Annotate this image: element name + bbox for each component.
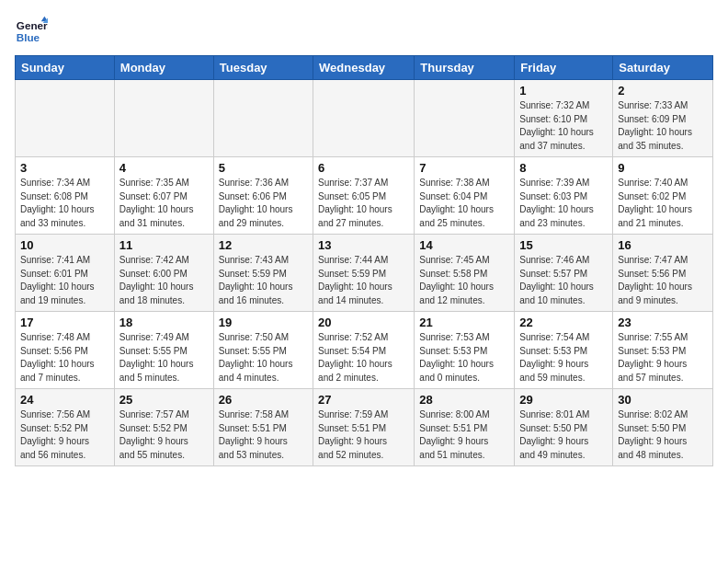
day-info: Sunrise: 7:52 AM Sunset: 5:54 PM Dayligh… [318,331,409,385]
day-number: 19 [219,316,308,329]
day-info: Sunrise: 7:44 AM Sunset: 5:59 PM Dayligh… [318,254,409,307]
day-info: Sunrise: 7:40 AM Sunset: 6:02 PM Dayligh… [618,177,708,230]
page-header: General Blue [15,15,713,48]
day-info: Sunrise: 8:01 AM Sunset: 5:50 PM Dayligh… [519,408,608,462]
day-number: 28 [419,393,509,407]
calendar-cell: 23Sunrise: 7:55 AM Sunset: 5:53 PM Dayli… [613,312,713,389]
day-number: 25 [119,393,209,407]
day-number: 20 [318,316,409,329]
calendar-cell: 30Sunrise: 8:02 AM Sunset: 5:50 PM Dayli… [613,389,713,466]
calendar-cell [114,80,213,157]
calendar-cell: 24Sunrise: 7:56 AM Sunset: 5:52 PM Dayli… [16,389,115,466]
calendar-header-row: SundayMondayTuesdayWednesdayThursdayFrid… [16,56,713,80]
calendar-cell: 16Sunrise: 7:47 AM Sunset: 5:56 PM Dayli… [613,235,713,312]
day-info: Sunrise: 8:02 AM Sunset: 5:50 PM Dayligh… [618,408,708,462]
day-number: 18 [119,316,209,329]
day-number: 8 [519,161,608,175]
calendar-week-row: 3Sunrise: 7:34 AM Sunset: 6:08 PM Daylig… [16,157,713,235]
calendar-cell: 26Sunrise: 7:58 AM Sunset: 5:51 PM Dayli… [213,389,313,466]
day-number: 22 [519,316,608,329]
calendar-cell: 17Sunrise: 7:48 AM Sunset: 5:56 PM Dayli… [16,312,115,389]
day-number: 29 [519,393,608,407]
day-info: Sunrise: 7:39 AM Sunset: 6:03 PM Dayligh… [519,177,608,230]
day-number: 30 [618,393,708,407]
day-number: 4 [119,161,209,175]
day-info: Sunrise: 7:59 AM Sunset: 5:51 PM Dayligh… [318,408,409,462]
day-number: 6 [318,161,409,175]
day-number: 2 [618,84,708,98]
calendar-cell: 11Sunrise: 7:42 AM Sunset: 6:00 PM Dayli… [114,235,213,312]
day-info: Sunrise: 7:55 AM Sunset: 5:53 PM Dayligh… [618,331,708,385]
day-number: 24 [20,393,109,407]
calendar-cell: 29Sunrise: 8:01 AM Sunset: 5:50 PM Dayli… [515,389,613,466]
calendar-cell: 20Sunrise: 7:52 AM Sunset: 5:54 PM Dayli… [313,312,415,389]
day-info: Sunrise: 7:58 AM Sunset: 5:51 PM Dayligh… [219,408,308,462]
day-info: Sunrise: 7:56 AM Sunset: 5:52 PM Dayligh… [20,408,109,462]
calendar-cell: 3Sunrise: 7:34 AM Sunset: 6:08 PM Daylig… [16,157,115,235]
day-info: Sunrise: 7:48 AM Sunset: 5:56 PM Dayligh… [20,331,109,385]
weekday-header: Saturday [613,56,713,80]
calendar-week-row: 24Sunrise: 7:56 AM Sunset: 5:52 PM Dayli… [16,389,713,466]
calendar-cell: 18Sunrise: 7:49 AM Sunset: 5:55 PM Dayli… [114,312,213,389]
day-info: Sunrise: 7:35 AM Sunset: 6:07 PM Dayligh… [119,177,209,230]
calendar-cell: 2Sunrise: 7:33 AM Sunset: 6:09 PM Daylig… [613,80,713,157]
day-number: 26 [219,393,308,407]
calendar-cell: 5Sunrise: 7:36 AM Sunset: 6:06 PM Daylig… [213,157,313,235]
logo-icon: General Blue [15,15,48,48]
day-number: 21 [419,316,509,329]
calendar-cell: 9Sunrise: 7:40 AM Sunset: 6:02 PM Daylig… [613,157,713,235]
day-info: Sunrise: 7:42 AM Sunset: 6:00 PM Dayligh… [119,254,209,307]
calendar-cell: 10Sunrise: 7:41 AM Sunset: 6:01 PM Dayli… [16,235,115,312]
calendar-cell: 4Sunrise: 7:35 AM Sunset: 6:07 PM Daylig… [114,157,213,235]
day-info: Sunrise: 7:43 AM Sunset: 5:59 PM Dayligh… [219,254,308,307]
calendar-cell [16,80,115,157]
calendar-cell: 22Sunrise: 7:54 AM Sunset: 5:53 PM Dayli… [515,312,613,389]
calendar-cell: 6Sunrise: 7:37 AM Sunset: 6:05 PM Daylig… [313,157,415,235]
day-info: Sunrise: 7:57 AM Sunset: 5:52 PM Dayligh… [119,408,209,462]
day-number: 27 [318,393,409,407]
calendar-cell: 13Sunrise: 7:44 AM Sunset: 5:59 PM Dayli… [313,235,415,312]
calendar-cell [213,80,313,157]
day-number: 14 [419,238,509,252]
day-info: Sunrise: 7:33 AM Sunset: 6:09 PM Dayligh… [618,99,708,153]
calendar-cell: 15Sunrise: 7:46 AM Sunset: 5:57 PM Dayli… [515,235,613,312]
day-number: 10 [20,238,109,252]
calendar-week-row: 10Sunrise: 7:41 AM Sunset: 6:01 PM Dayli… [16,235,713,312]
calendar-cell: 28Sunrise: 8:00 AM Sunset: 5:51 PM Dayli… [415,389,515,466]
day-number: 5 [219,161,308,175]
day-number: 11 [119,238,209,252]
day-number: 23 [618,316,708,329]
day-info: Sunrise: 7:49 AM Sunset: 5:55 PM Dayligh… [119,331,209,385]
day-info: Sunrise: 7:34 AM Sunset: 6:08 PM Dayligh… [20,177,109,230]
day-number: 9 [618,161,708,175]
calendar-cell: 19Sunrise: 7:50 AM Sunset: 5:55 PM Dayli… [213,312,313,389]
day-info: Sunrise: 7:50 AM Sunset: 5:55 PM Dayligh… [219,331,308,385]
day-info: Sunrise: 7:47 AM Sunset: 5:56 PM Dayligh… [618,254,708,307]
calendar-cell [313,80,415,157]
day-number: 17 [20,316,109,329]
calendar-cell: 8Sunrise: 7:39 AM Sunset: 6:03 PM Daylig… [515,157,613,235]
calendar-cell [415,80,515,157]
day-number: 7 [419,161,509,175]
day-number: 12 [219,238,308,252]
day-number: 16 [618,238,708,252]
calendar-cell: 1Sunrise: 7:32 AM Sunset: 6:10 PM Daylig… [515,80,613,157]
day-number: 13 [318,238,409,252]
weekday-header: Thursday [415,56,515,80]
logo: General Blue [15,15,48,48]
calendar-cell: 14Sunrise: 7:45 AM Sunset: 5:58 PM Dayli… [415,235,515,312]
weekday-header: Wednesday [313,56,415,80]
calendar-cell: 12Sunrise: 7:43 AM Sunset: 5:59 PM Dayli… [213,235,313,312]
day-number: 15 [519,238,608,252]
day-info: Sunrise: 7:45 AM Sunset: 5:58 PM Dayligh… [419,254,509,307]
day-info: Sunrise: 7:41 AM Sunset: 6:01 PM Dayligh… [20,254,109,307]
calendar-cell: 25Sunrise: 7:57 AM Sunset: 5:52 PM Dayli… [114,389,213,466]
weekday-header: Tuesday [213,56,313,80]
weekday-header: Sunday [16,56,115,80]
day-info: Sunrise: 7:53 AM Sunset: 5:53 PM Dayligh… [419,331,509,385]
calendar-cell: 21Sunrise: 7:53 AM Sunset: 5:53 PM Dayli… [415,312,515,389]
calendar-cell: 7Sunrise: 7:38 AM Sunset: 6:04 PM Daylig… [415,157,515,235]
day-info: Sunrise: 7:37 AM Sunset: 6:05 PM Dayligh… [318,177,409,230]
day-info: Sunrise: 8:00 AM Sunset: 5:51 PM Dayligh… [419,408,509,462]
day-info: Sunrise: 7:32 AM Sunset: 6:10 PM Dayligh… [519,99,608,153]
